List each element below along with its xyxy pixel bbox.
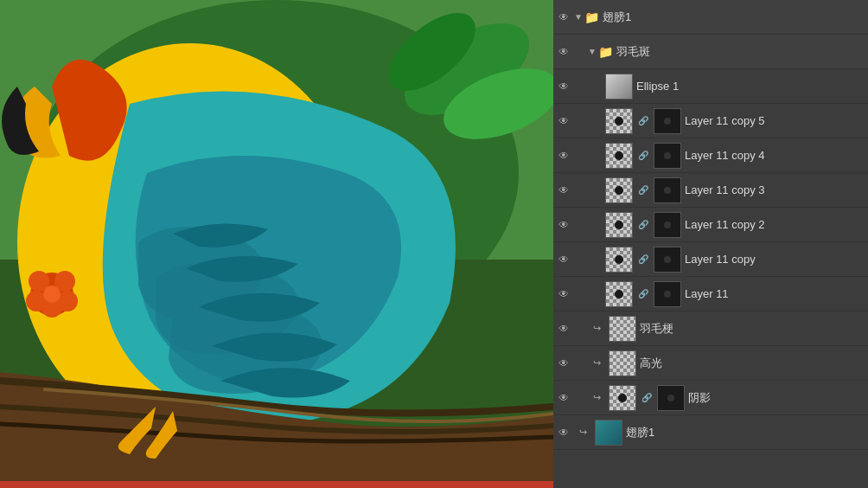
mask-dot-layer11copy5 xyxy=(664,118,671,125)
layer-row-layer11copy[interactable]: 👁🔗Layer 11 copy xyxy=(553,242,868,277)
thumbnail-dot-layer11copy5 xyxy=(615,117,623,125)
layer-thumbnail-feather-stem xyxy=(609,316,636,342)
layer-thumbnail-ellipse1 xyxy=(605,74,633,100)
thumbnail-dot-layer11copy4 xyxy=(615,151,623,160)
chain-icon-layer11copy3: 🔗 xyxy=(636,173,650,208)
group-header-group-feather: ▼📁羽毛斑 xyxy=(588,44,861,60)
layer-thumbnail-layer11copy4 xyxy=(605,143,633,169)
thumbnail-dot-layer11copy3 xyxy=(615,186,623,195)
layer-name-wing1-layer: 翅膀1 xyxy=(626,425,861,440)
effect-icon-shadow: ↪ xyxy=(588,381,605,415)
visibility-eye-layer11copy3[interactable]: 👁 xyxy=(553,173,574,208)
layer-thumbnail-shadow xyxy=(609,385,636,411)
layer-row-wing1-layer[interactable]: 👁↪翅膀1 xyxy=(553,415,868,450)
expand-arrow-group-feather[interactable]: ▼ xyxy=(588,47,597,56)
visibility-eye-layer11copy2[interactable]: 👁 xyxy=(553,208,574,242)
layer-row-group-feather[interactable]: 👁▼📁羽毛斑 xyxy=(553,35,868,69)
layer-thumbnail-layer11copy2 xyxy=(605,212,633,238)
visibility-eye-wing1-layer[interactable]: 👁 xyxy=(553,415,574,450)
chain-icon-layer11copy2: 🔗 xyxy=(636,208,650,242)
thumbnail-dot-layer11copy xyxy=(615,255,623,264)
layer-thumbnail-layer11 xyxy=(605,281,633,307)
layer-mask-thumbnail-layer11copy5 xyxy=(654,108,681,134)
mask-dot-layer11copy xyxy=(664,256,671,263)
layer-mask-thumbnail-layer11 xyxy=(654,281,681,307)
visibility-eye-feather-stem[interactable]: 👁 xyxy=(553,311,574,346)
layer-thumbnail-highlight xyxy=(609,350,636,376)
layer-name-layer11copy4: Layer 11 copy 4 xyxy=(685,149,861,162)
mask-dot-layer11copy2 xyxy=(664,222,671,228)
layer-mask-thumbnail-layer11copy2 xyxy=(654,212,681,238)
mask-dot-shadow xyxy=(667,395,674,401)
layer-row-layer11copy2[interactable]: 👁🔗Layer 11 copy 2 xyxy=(553,208,868,242)
visibility-eye-group-feather[interactable]: 👁 xyxy=(553,35,574,69)
layer-name-layer11copy3: Layer 11 copy 3 xyxy=(685,183,861,196)
visibility-eye-highlight[interactable]: 👁 xyxy=(553,346,574,381)
svg-point-13 xyxy=(43,286,61,303)
layer-row-feather-stem[interactable]: 👁↪羽毛梗 xyxy=(553,311,868,346)
chain-icon-layer11copy5: 🔗 xyxy=(636,104,650,138)
color-label: #28acac xyxy=(225,95,305,117)
visibility-eye-layer11[interactable]: 👁 xyxy=(553,277,574,311)
effect-icon-feather-stem: ↪ xyxy=(588,311,605,346)
layer-name-layer11copy5: Layer 11 copy 5 xyxy=(685,114,861,127)
layer-thumbnail-layer11copy3 xyxy=(605,177,633,203)
thumbnail-dot-layer11copy2 xyxy=(615,221,623,229)
visibility-eye-layer11copy4[interactable]: 👁 xyxy=(553,138,574,173)
chain-icon-layer11copy: 🔗 xyxy=(636,242,650,277)
canvas-area: #28acac xyxy=(0,0,553,488)
folder-icon-group-wing: 📁 xyxy=(584,10,599,24)
layer-name-highlight: 高光 xyxy=(640,356,861,371)
expand-arrow-group-wing[interactable]: ▼ xyxy=(574,12,583,22)
effect-icon-wing1-layer: ↪ xyxy=(574,415,591,450)
folder-icon-group-feather: 📁 xyxy=(598,45,613,59)
layers-panel: 👁▼📁翅膀1👁▼📁羽毛斑👁Ellipse 1👁🔗Layer 11 copy 5👁… xyxy=(553,0,868,488)
visibility-eye-shadow[interactable]: 👁 xyxy=(553,381,574,415)
thumbnail-dot-shadow xyxy=(618,394,627,402)
layer-name-feather-stem: 羽毛梗 xyxy=(640,321,861,337)
visibility-eye-ellipse1[interactable]: 👁 xyxy=(553,69,574,104)
layer-mask-thumbnail-shadow xyxy=(657,385,685,411)
layer-mask-thumbnail-layer11copy3 xyxy=(654,177,681,203)
layer-mask-thumbnail-layer11copy4 xyxy=(654,143,681,169)
layer-row-layer11copy4[interactable]: 👁🔗Layer 11 copy 4 xyxy=(553,138,868,173)
visibility-eye-group-wing[interactable]: 👁 xyxy=(553,0,574,35)
layer-name-layer11copy2: Layer 11 copy 2 xyxy=(685,218,861,231)
chain-icon-shadow: 🔗 xyxy=(640,381,654,415)
mask-dot-layer11copy4 xyxy=(664,152,671,159)
layer-thumbnail-wing1-layer xyxy=(595,420,622,446)
layer-name-layer11copy: Layer 11 copy xyxy=(685,253,861,266)
layer-row-layer11[interactable]: 👁🔗Layer 11 xyxy=(553,277,868,311)
layer-row-layer11copy3[interactable]: 👁🔗Layer 11 copy 3 xyxy=(553,173,868,208)
layer-mask-thumbnail-layer11copy xyxy=(654,247,681,273)
mask-dot-layer11 xyxy=(664,291,671,298)
chain-icon-layer11: 🔗 xyxy=(636,277,650,311)
thumbnail-dot-layer11 xyxy=(615,290,623,299)
effect-icon-highlight: ↪ xyxy=(588,346,605,381)
chain-icon-layer11copy4: 🔗 xyxy=(636,138,650,173)
layer-row-layer11copy5[interactable]: 👁🔗Layer 11 copy 5 xyxy=(553,104,868,138)
layer-name-ellipse1: Ellipse 1 xyxy=(636,80,861,93)
visibility-eye-layer11copy5[interactable]: 👁 xyxy=(553,104,574,138)
layer-row-shadow[interactable]: 👁↪🔗阴影 xyxy=(553,381,868,415)
layer-name-layer11: Layer 11 xyxy=(685,287,861,300)
layer-row-group-wing[interactable]: 👁▼📁翅膀1 xyxy=(553,0,868,35)
layer-row-ellipse1[interactable]: 👁Ellipse 1 xyxy=(553,69,868,104)
visibility-eye-layer11copy[interactable]: 👁 xyxy=(553,242,574,277)
layer-row-highlight[interactable]: 👁↪高光 xyxy=(553,346,868,381)
layer-thumbnail-layer11copy xyxy=(605,247,633,273)
mask-dot-layer11copy3 xyxy=(664,187,671,194)
bottom-bar xyxy=(0,481,553,488)
group-header-group-wing: ▼📁翅膀1 xyxy=(574,10,861,25)
layer-name-group-feather: 羽毛斑 xyxy=(616,44,861,60)
layer-thumbnail-layer11copy5 xyxy=(605,108,633,134)
layer-name-shadow: 阴影 xyxy=(688,390,861,406)
layer-name-group-wing: 翅膀1 xyxy=(603,10,861,25)
